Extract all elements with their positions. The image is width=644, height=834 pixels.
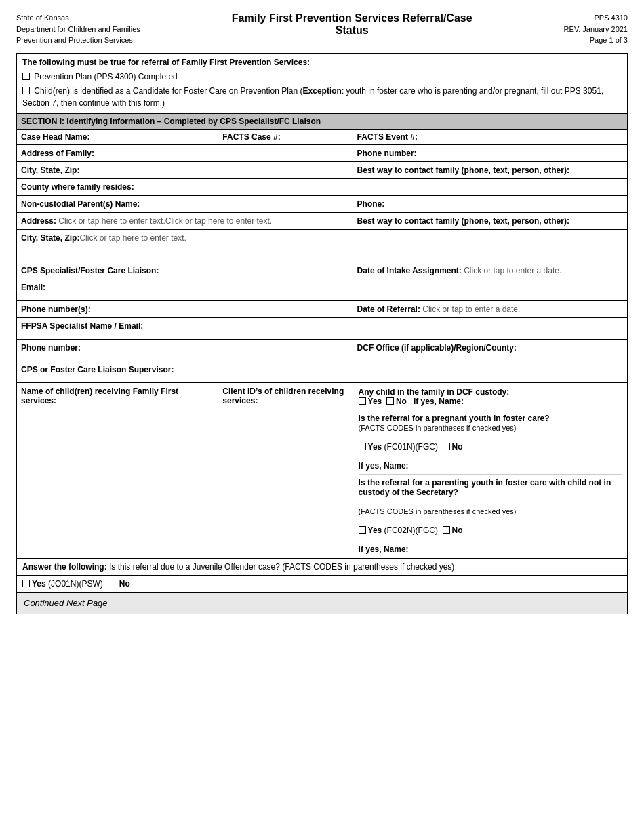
address2-label: Address: [21,216,56,226]
phone-numbers-cell: Phone number(s): [17,300,353,317]
dcf-office-label: DCF Office (if applicable)/Region/County… [357,343,517,353]
date-referral-label: Date of Referral: [357,304,420,314]
facts-case-label: FACTS Case #: [222,132,280,142]
phone2-dcf-row: Phone number: DCF Office (if applicable)… [17,339,628,361]
header-left: State of Kansas Department for Children … [16,12,140,46]
form-title-line2: Status [147,24,557,37]
client-ids-label: Client ID’s of children receiving servic… [222,386,344,405]
phone2-label: Phone number: [21,343,81,353]
case-head-cell: Case Head Name: [17,129,218,144]
parenting-yes-codes: (FC02N)(FGC) [384,525,438,535]
dcf-no-label: No [396,397,407,406]
noncustodial-phone-cell: Phone: [353,195,627,212]
children-names-label: Name of child(ren) receiving Family Firs… [21,386,178,405]
empty-cell4 [353,361,627,382]
checkbox-dcf-yes[interactable] [359,397,366,405]
phone2-cell: Phone number: [17,339,353,361]
address2-cell: Address: Click or tap here to enter text… [17,212,353,229]
dcf-right-cell: Any child in the family in DCF custody: … [353,382,627,558]
date-intake-placeholder[interactable]: Click or tap to enter a date. [464,266,561,275]
continued-label: Continued Next Page [24,598,108,608]
city2-label: City, State, Zip: [21,233,79,243]
city-cell: City, State, Zip: [17,161,353,178]
page-number: Page 1 of 3 [564,35,628,46]
cps-label: CPS Specialist/Foster Care Liaison: [21,266,159,275]
parenting-note: (FACTS CODES in parentheses if checked y… [359,507,517,515]
checkbox-dcf-no[interactable] [386,397,394,405]
email-row: Email: [17,279,628,300]
ffpsa-cell: FFPSA Specialist Name / Email: [17,317,353,339]
state-name: State of Kansas [16,12,140,24]
checkbox-pregnant-no[interactable] [443,443,450,450]
page-header: State of Kansas Department for Children … [16,12,628,46]
phone-referral-row: Phone number(s): Date of Referral: Click… [17,300,628,317]
empty-cell2 [353,279,627,300]
checkbox-candidate-foster[interactable] [22,87,30,94]
noncustodial-phone-label: Phone: [357,199,385,209]
case-head-label: Case Head Name: [21,132,89,142]
requirement-item1: Prevention Plan (PPS 4300) Completed [22,71,622,83]
checkbox-pregnant-yes[interactable] [359,443,366,450]
checkbox-parenting-no[interactable] [443,526,450,534]
pregnant-yes-codes: (FC01N)(FGC) [384,442,438,452]
checkbox-juvenile-no[interactable] [110,580,117,587]
pregnant-yes-label: Yes [368,442,382,452]
cps-cell: CPS Specialist/Foster Care Liaison: [17,262,353,279]
pregnant-div: Is the referral for a pregnant youth in … [359,410,622,471]
division-name: Prevention and Protection Services [16,35,140,46]
date-referral-placeholder[interactable]: Click or tap to enter a date. [422,304,520,314]
address2-placeholder[interactable]: Click or tap here to enter text. [58,216,165,226]
main-form-table: The following must be true for referral … [16,53,628,614]
pregnant-note: (FACTS CODES in parentheses if checked y… [359,424,517,432]
best-contact-label: Best way to contact family (phone, text,… [357,165,569,175]
answer-text: Is this referral due to a Juvenile Offen… [109,562,454,572]
phone-label: Phone number: [357,148,417,158]
city-label: City, State, Zip: [21,165,79,175]
phone-numbers-label: Phone number(s): [21,304,91,314]
checkbox-juvenile-yes[interactable] [22,580,30,587]
email-cell: Email: [17,279,353,300]
form-title-line1: Family First Prevention Services Referra… [147,12,557,24]
ffpsa-label: FFPSA Specialist Name / Email: [21,321,143,331]
client-ids-cell: Client ID’s of children receiving servic… [218,382,353,558]
juvenile-cell: Answer the following: Is this referral d… [17,558,628,575]
parenting-label: Is the referral for a parenting youth in… [359,478,611,497]
best-contact2-cell: Best way to contact family (phone, text,… [353,212,627,229]
parenting-ifyes-label: If yes, Name: [359,544,409,554]
children-names-cell: Name of child(ren) receiving Family Firs… [17,382,218,558]
juvenile-yes-codes: (JO01N)(PSW) [48,579,103,589]
address-phone-row: Address of Family: Phone number: [17,144,628,161]
dcf-office-cell: DCF Office (if applicable)/Region/County… [353,339,627,361]
requirement-heading: The following must be true for referral … [22,58,622,67]
parenting-yes-label: Yes [368,525,382,535]
county-row: County where family resides: [17,178,628,195]
ffpsa-row: FFPSA Specialist Name / Email: [17,317,628,339]
parenting-no-label: No [452,525,463,535]
juvenile-row: Answer the following: Is this referral d… [17,558,628,575]
date-intake-label: Date of Intake Assignment: [357,266,462,275]
pregnant-label: Is the referral for a pregnant youth in … [359,414,550,423]
department-name: Department for Children and Families [16,24,140,35]
supervisor-row: CPS or Foster Care Liaison Supervisor: [17,361,628,382]
juvenile-yes-label: Yes [32,579,46,589]
county-label: County where family resides: [21,182,134,192]
dcf-ifyes-label: If yes, Name: [414,397,464,406]
form-title: Family First Prevention Services Referra… [140,12,564,37]
form-number: PPS 4310 [564,12,628,24]
checkbox-parenting-yes[interactable] [359,526,366,534]
juvenile-yes-no-row: Yes (JO01N)(PSW) No [17,575,628,592]
parenting-div: Is the referral for a parenting youth in… [359,474,622,554]
date-intake-cell: Date of Intake Assignment: Click or tap … [353,262,627,279]
supervisor-label: CPS or Foster Care Liaison Supervisor: [21,365,174,374]
empty-cell1 [353,229,627,262]
address-cell: Address of Family: [17,144,353,161]
county-cell: County where family resides: [17,178,628,195]
checkbox-prevention-plan[interactable] [22,73,30,80]
facts-event-cell: FACTS Event #: [353,129,627,144]
city-contact-row: City, State, Zip: Best way to contact fa… [17,161,628,178]
continued-row: Continued Next Page [17,592,628,614]
form-revision: REV. January 2021 [564,24,628,35]
requirement-row: The following must be true for referral … [17,53,628,113]
facts-event-label: FACTS Event #: [357,132,418,142]
facts-case-cell: FACTS Case #: [218,129,353,144]
